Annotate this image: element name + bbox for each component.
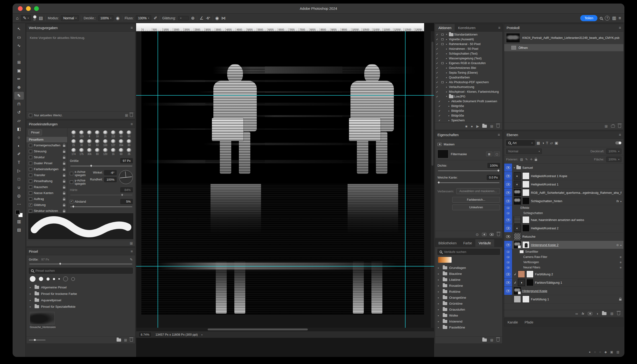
expand-arrow-icon[interactable]: ▸: [445, 38, 448, 40]
gradient-folder-row[interactable]: ▸ Grüntöne: [438, 300, 500, 306]
slider-thumb[interactable]: [72, 205, 75, 208]
feather-value[interactable]: 0.0 Px: [487, 175, 500, 180]
quick-mask-button[interactable]: ▥: [14, 218, 24, 226]
brush-preset[interactable]: [63, 276, 68, 281]
lock-position-icon[interactable]: ✛: [530, 158, 532, 161]
layer-row[interactable]: Retusche: [504, 232, 624, 241]
smart-object-thumbnail[interactable]: [514, 287, 521, 294]
brush-angle-value[interactable]: -6°: [206, 16, 210, 20]
layer-name[interactable]: Helligkeit/Kontrast 2: [531, 226, 622, 230]
load-selection-icon[interactable]: ⊙: [476, 233, 479, 236]
add-mask-icon[interactable]: [588, 312, 592, 315]
tab-pfade[interactable]: Pfade: [522, 318, 537, 326]
action-row[interactable]: ✓ ▸ Vignette (Auswahl): [435, 37, 502, 42]
zoom-level[interactable]: 8.74%: [138, 332, 152, 337]
clone-stamp-tool[interactable]: ⊓: [14, 100, 24, 108]
filter-mask-mini-thumbnail[interactable]: [520, 250, 524, 254]
brush-tip-swatch[interactable]: 127: [110, 139, 117, 147]
gradient-folder-row[interactable]: ▸ Blautöne: [438, 271, 500, 277]
action-row[interactable]: ✓ ▸ Als Photoshop-PDF speichern: [435, 80, 502, 84]
brush-tip-swatch[interactable]: 60: [94, 139, 101, 147]
brush-tip-swatch[interactable]: 25: [102, 130, 109, 138]
fx-badge[interactable]: fx: [616, 199, 619, 203]
vertical-guide[interactable]: [405, 31, 406, 328]
action-row[interactable]: ✓ ▸ Schlagschatten (Text): [435, 51, 502, 56]
new-brush-icon[interactable]: ⊞: [130, 242, 133, 245]
eraser-tool[interactable]: ▱: [14, 117, 24, 125]
brush-tip-swatch[interactable]: 175: [78, 148, 85, 156]
action-enabled-checkbox[interactable]: ✓: [436, 48, 440, 50]
layer-row[interactable]: ▾ Samuel: [504, 164, 624, 172]
expand-arrow-icon[interactable]: ▸: [438, 308, 441, 311]
smart-filter-name[interactable]: Neural Filters: [523, 266, 618, 269]
airbrush-icon[interactable]: ✐: [154, 16, 157, 20]
expand-arrow-icon[interactable]: ▸: [30, 292, 33, 295]
adjustment-layer-icon[interactable]: ◑: [518, 279, 525, 286]
tab-aktionen[interactable]: Aktionen: [435, 24, 455, 32]
brush-tip-swatch[interactable]: 174: [70, 148, 77, 156]
lock-icon[interactable]: [63, 145, 65, 147]
layer-visibility-toggle[interactable]: [504, 164, 512, 172]
smoothing-dropdown[interactable]: ▾: [178, 16, 188, 20]
quick-selection-tool[interactable]: ◌: [14, 50, 24, 58]
layer-row[interactable]: Hintergrund Kopie: [504, 287, 624, 295]
trash-icon[interactable]: [496, 338, 500, 342]
horizontal-ruler[interactable]: 0 500 1000 1500 2000 2500 3000 3500 4000: [136, 23, 424, 31]
thumbnail-size-slider[interactable]: [29, 340, 46, 340]
brush-setting-checkbox[interactable]: [29, 203, 32, 207]
layer-row[interactable]: ◐ Helligkeit/Kontrast 2: [504, 224, 624, 232]
layer-row[interactable]: ↳ ◑ Farbton/Sättigung 1: [504, 278, 624, 287]
action-row[interactable]: ✓ ▸ Eigenes RGB in Graustufen: [435, 61, 502, 66]
layer-row[interactable]: ↳ Farbfüllung 2: [504, 270, 624, 278]
panel-menu-icon[interactable]: ≡: [131, 122, 133, 126]
layer-visibility-toggle[interactable]: [504, 278, 512, 286]
layer-mask-thumbnail[interactable]: [522, 189, 530, 196]
flip-y-checkbox[interactable]: [70, 180, 73, 184]
brush-preset[interactable]: [58, 278, 60, 280]
hand-tool[interactable]: ∪: [14, 184, 24, 192]
trash-icon[interactable]: [130, 338, 133, 342]
action-row[interactable]: ✓ ▸ Bildgröße: [435, 108, 502, 113]
brush-tip-swatch[interactable]: 60: [118, 130, 125, 138]
size-slider[interactable]: [70, 166, 132, 166]
brush-setting-checkbox[interactable]: [29, 209, 32, 213]
slider-thumb[interactable]: [497, 169, 500, 172]
effects-visibility-toggle[interactable]: [504, 205, 512, 210]
current-tool-only-checkbox[interactable]: [29, 114, 32, 117]
brush-setting-row[interactable]: Struktur schützen: [26, 208, 67, 214]
layer-row[interactable]: haar, haarsträhnen ansetzen auf weiss: [504, 216, 624, 224]
expand-arrow-icon[interactable]: ▸: [438, 266, 441, 269]
brush-setting-checkbox[interactable]: [29, 180, 32, 183]
action-row[interactable]: ✓ ▸ Mischpinsel - Klonen, Farbeinrichtun…: [435, 90, 502, 94]
gradient-folder-row[interactable]: ▸ Lilatöne: [438, 277, 500, 283]
new-group-icon[interactable]: [116, 338, 121, 342]
brush-folder-row[interactable]: ▸ Pinsel für Spezialeffekte: [29, 304, 133, 310]
layer-row[interactable]: ◐ Helligkeit/Kontrast 1 Kopie: [504, 172, 624, 180]
action-enabled-checkbox[interactable]: ✓: [436, 57, 440, 60]
new-layer-icon[interactable]: ⊞: [610, 312, 614, 315]
action-enabled-checkbox[interactable]: ✓: [436, 90, 440, 94]
action-row[interactable]: ✓ ▸ Wasserspiegelung (Text): [435, 56, 502, 61]
action-enabled-checkbox[interactable]: ✓: [436, 66, 440, 70]
horizontal-guide[interactable]: [136, 95, 434, 96]
slider-thumb[interactable]: [437, 181, 440, 184]
brush-setting-checkbox[interactable]: [29, 156, 32, 159]
group-expand-arrow-icon[interactable]: ▾: [514, 166, 515, 169]
action-enabled-checkbox[interactable]: ✓: [436, 52, 440, 55]
filter-visibility-toggle[interactable]: [504, 260, 512, 265]
layer-name[interactable]: RGB_AdR_Schiefertafel_querforma...egelmä…: [531, 191, 622, 194]
smart-filter-collapse-arrow-icon[interactable]: ▴: [620, 244, 622, 246]
brush-preset[interactable]: [53, 278, 55, 280]
expand-arrow-icon[interactable]: ▸: [30, 305, 33, 308]
brush-folder-row[interactable]: ▸ Aquarellpinsel: [29, 297, 133, 304]
lock-icon[interactable]: [63, 175, 65, 177]
lock-icon[interactable]: [63, 157, 65, 159]
brush-tip-swatch[interactable]: 123: [78, 130, 85, 138]
snapshot-icon[interactable]: [611, 125, 615, 128]
brush-setting-row[interactable]: Transfer: [26, 172, 67, 178]
layer-visibility-toggle[interactable]: [504, 216, 512, 224]
opacity-dropdown[interactable]: 100% ▾: [98, 15, 114, 21]
smart-filter-header-row[interactable]: Smartfilter: [504, 249, 624, 254]
action-enabled-checkbox[interactable]: ✓: [436, 43, 440, 46]
panel-menu-icon[interactable]: ≡: [619, 133, 621, 137]
